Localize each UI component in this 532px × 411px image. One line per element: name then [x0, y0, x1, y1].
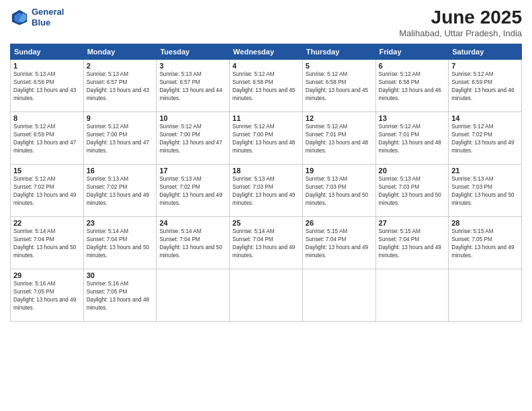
day-detail: Sunrise: 5:16 AMSunset: 7:05 PMDaylight:… [13, 280, 81, 312]
day-detail: Sunrise: 5:12 AMSunset: 6:59 PMDaylight:… [451, 71, 519, 103]
table-row: 17Sunrise: 5:13 AMSunset: 7:02 PMDayligh… [157, 165, 230, 217]
day-detail: Sunrise: 5:12 AMSunset: 6:58 PMDaylight:… [379, 71, 446, 103]
table-row [449, 269, 522, 322]
day-of-week-wednesday: Wednesday [230, 44, 303, 60]
table-row: 19Sunrise: 5:13 AMSunset: 7:03 PMDayligh… [302, 165, 375, 217]
day-number: 21 [451, 167, 519, 175]
table-row: 24Sunrise: 5:14 AMSunset: 7:04 PMDayligh… [157, 217, 230, 269]
table-row: 4Sunrise: 5:12 AMSunset: 6:58 PMDaylight… [230, 60, 303, 112]
table-row: 26Sunrise: 5:15 AMSunset: 7:04 PMDayligh… [302, 217, 375, 269]
day-number: 8 [13, 114, 81, 122]
day-number: 13 [379, 114, 446, 122]
day-detail: Sunrise: 5:14 AMSunset: 7:04 PMDaylight:… [159, 228, 226, 260]
day-detail: Sunrise: 5:12 AMSunset: 7:01 PMDaylight:… [379, 123, 446, 155]
table-row: 13Sunrise: 5:12 AMSunset: 7:01 PMDayligh… [375, 112, 449, 165]
day-detail: Sunrise: 5:13 AMSunset: 7:03 PMDaylight:… [232, 175, 300, 208]
title-block: June 2025 Malihabad, Uttar Pradesh, Indi… [399, 7, 522, 38]
day-detail: Sunrise: 5:14 AMSunset: 7:04 PMDaylight:… [232, 228, 300, 260]
day-number: 22 [13, 219, 81, 227]
day-detail: Sunrise: 5:13 AMSunset: 6:57 PMDaylight:… [159, 71, 226, 103]
day-number: 1 [13, 62, 81, 70]
day-of-week-monday: Monday [83, 44, 157, 60]
day-detail: Sunrise: 5:13 AMSunset: 7:02 PMDaylight:… [159, 175, 226, 208]
table-row: 3Sunrise: 5:13 AMSunset: 6:57 PMDaylight… [157, 60, 230, 112]
table-row [375, 269, 449, 322]
location: Malihabad, Uttar Pradesh, India [399, 28, 522, 38]
logo-icon [10, 8, 29, 27]
day-number: 6 [379, 62, 446, 70]
day-detail: Sunrise: 5:12 AMSunset: 6:58 PMDaylight:… [232, 71, 300, 103]
table-row: 9Sunrise: 5:12 AMSunset: 7:00 PMDaylight… [83, 112, 157, 165]
table-row: 28Sunrise: 5:15 AMSunset: 7:05 PMDayligh… [449, 217, 522, 269]
calendar-week-1: 8Sunrise: 5:12 AMSunset: 6:59 PMDaylight… [11, 112, 522, 165]
day-of-week-thursday: Thursday [302, 44, 375, 60]
day-of-week-saturday: Saturday [449, 44, 522, 60]
page: General Blue June 2025 Malihabad, Uttar … [0, 0, 532, 411]
table-row: 29Sunrise: 5:16 AMSunset: 7:05 PMDayligh… [11, 269, 84, 322]
calendar-week-2: 15Sunrise: 5:12 AMSunset: 7:02 PMDayligh… [11, 165, 522, 217]
day-number: 4 [232, 62, 300, 70]
day-number: 15 [13, 167, 81, 175]
day-number: 14 [451, 114, 519, 122]
day-of-week-tuesday: Tuesday [157, 44, 230, 60]
table-row: 25Sunrise: 5:14 AMSunset: 7:04 PMDayligh… [230, 217, 303, 269]
table-row: 6Sunrise: 5:12 AMSunset: 6:58 PMDaylight… [375, 60, 449, 112]
day-detail: Sunrise: 5:15 AMSunset: 7:04 PMDaylight:… [379, 228, 446, 260]
table-row: 5Sunrise: 5:12 AMSunset: 6:58 PMDaylight… [302, 60, 375, 112]
table-row: 22Sunrise: 5:14 AMSunset: 7:04 PMDayligh… [11, 217, 84, 269]
day-detail: Sunrise: 5:13 AMSunset: 7:02 PMDaylight:… [87, 175, 154, 208]
table-row: 1Sunrise: 5:13 AMSunset: 6:56 PMDaylight… [11, 60, 84, 112]
day-detail: Sunrise: 5:14 AMSunset: 7:04 PMDaylight:… [87, 228, 154, 260]
day-detail: Sunrise: 5:12 AMSunset: 7:00 PMDaylight:… [87, 123, 154, 155]
day-number: 25 [232, 219, 300, 227]
day-detail: Sunrise: 5:13 AMSunset: 7:03 PMDaylight:… [306, 175, 373, 208]
table-row: 18Sunrise: 5:13 AMSunset: 7:03 PMDayligh… [230, 165, 303, 217]
day-detail: Sunrise: 5:12 AMSunset: 7:01 PMDaylight:… [306, 123, 373, 155]
table-row: 23Sunrise: 5:14 AMSunset: 7:04 PMDayligh… [83, 217, 157, 269]
table-row: 12Sunrise: 5:12 AMSunset: 7:01 PMDayligh… [302, 112, 375, 165]
table-row [230, 269, 303, 322]
day-number: 20 [379, 167, 446, 175]
table-row: 30Sunrise: 5:16 AMSunset: 7:05 PMDayligh… [83, 269, 157, 322]
day-number: 16 [87, 167, 154, 175]
calendar-week-4: 29Sunrise: 5:16 AMSunset: 7:05 PMDayligh… [11, 269, 522, 322]
table-row: 8Sunrise: 5:12 AMSunset: 6:59 PMDaylight… [11, 112, 84, 165]
table-row: 21Sunrise: 5:13 AMSunset: 7:03 PMDayligh… [449, 165, 522, 217]
day-number: 28 [451, 219, 519, 227]
day-of-week-sunday: Sunday [11, 44, 84, 60]
day-detail: Sunrise: 5:12 AMSunset: 7:00 PMDaylight:… [159, 123, 226, 155]
table-row: 15Sunrise: 5:12 AMSunset: 7:02 PMDayligh… [11, 165, 84, 217]
day-detail: Sunrise: 5:14 AMSunset: 7:04 PMDaylight:… [13, 228, 81, 260]
table-row: 11Sunrise: 5:12 AMSunset: 7:00 PMDayligh… [230, 112, 303, 165]
day-detail: Sunrise: 5:12 AMSunset: 7:02 PMDaylight:… [451, 123, 519, 155]
day-number: 27 [379, 219, 446, 227]
logo-text: General Blue [32, 7, 64, 28]
day-detail: Sunrise: 5:15 AMSunset: 7:05 PMDaylight:… [451, 228, 519, 260]
day-detail: Sunrise: 5:16 AMSunset: 7:05 PMDaylight:… [87, 280, 154, 312]
day-detail: Sunrise: 5:15 AMSunset: 7:04 PMDaylight:… [306, 228, 373, 260]
day-number: 5 [306, 62, 373, 70]
day-detail: Sunrise: 5:12 AMSunset: 6:58 PMDaylight:… [306, 71, 373, 103]
table-row: 14Sunrise: 5:12 AMSunset: 7:02 PMDayligh… [449, 112, 522, 165]
day-number: 26 [306, 219, 373, 227]
day-detail: Sunrise: 5:12 AMSunset: 7:02 PMDaylight:… [13, 175, 81, 208]
day-detail: Sunrise: 5:13 AMSunset: 7:03 PMDaylight:… [451, 175, 519, 208]
table-row: 10Sunrise: 5:12 AMSunset: 7:00 PMDayligh… [157, 112, 230, 165]
day-number: 18 [232, 167, 300, 175]
month-year: June 2025 [399, 7, 522, 28]
table-row: 2Sunrise: 5:13 AMSunset: 6:57 PMDaylight… [83, 60, 157, 112]
calendar-header-row: SundayMondayTuesdayWednesdayThursdayFrid… [11, 44, 522, 60]
table-row: 16Sunrise: 5:13 AMSunset: 7:02 PMDayligh… [83, 165, 157, 217]
table-row [157, 269, 230, 322]
table-row: 20Sunrise: 5:13 AMSunset: 7:03 PMDayligh… [375, 165, 449, 217]
day-number: 2 [87, 62, 154, 70]
day-number: 3 [159, 62, 226, 70]
calendar-week-3: 22Sunrise: 5:14 AMSunset: 7:04 PMDayligh… [11, 217, 522, 269]
day-number: 30 [87, 271, 154, 279]
day-number: 17 [159, 167, 226, 175]
calendar-week-0: 1Sunrise: 5:13 AMSunset: 6:56 PMDaylight… [11, 60, 522, 112]
table-row [302, 269, 375, 322]
header: General Blue June 2025 Malihabad, Uttar … [10, 7, 522, 38]
day-number: 23 [87, 219, 154, 227]
table-row: 27Sunrise: 5:15 AMSunset: 7:04 PMDayligh… [375, 217, 449, 269]
